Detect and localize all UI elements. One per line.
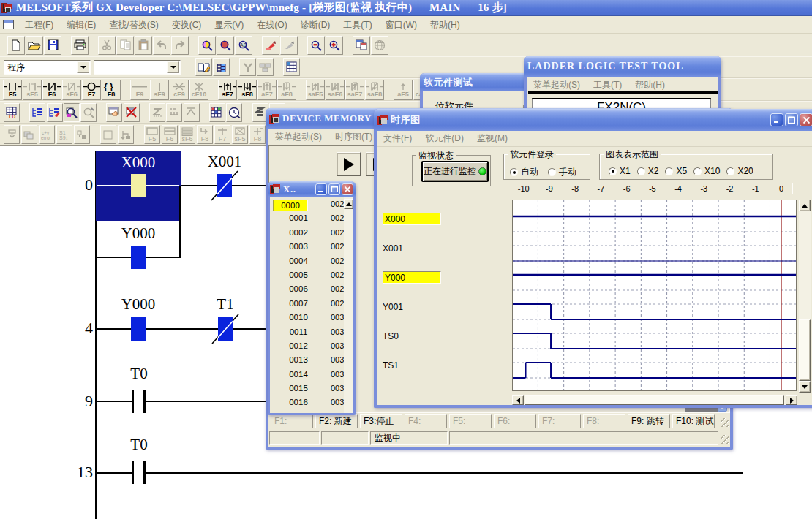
window-split-button[interactable] bbox=[353, 36, 370, 55]
sfc-symbol-step-button[interactable]: F5 bbox=[144, 125, 160, 144]
partial-execution-button[interactable] bbox=[184, 103, 200, 122]
minimize-button[interactable] bbox=[315, 183, 327, 195]
maximize-button[interactable] bbox=[785, 113, 798, 126]
device-row[interactable]: 0012 003 bbox=[270, 339, 353, 353]
contact-t0-bar[interactable] bbox=[132, 390, 134, 413]
signal-label-highlighted[interactable]: Y000 bbox=[383, 271, 441, 284]
rising-pulse-button[interactable]: sF7 bbox=[218, 80, 237, 100]
device-row[interactable]: 0004 002 bbox=[270, 254, 353, 268]
llt-menu-item[interactable]: 菜单起动(S) bbox=[527, 79, 587, 91]
block-convert-button[interactable] bbox=[257, 58, 274, 76]
application-instruction-button[interactable]: { } F8 bbox=[102, 80, 121, 100]
string-find-button[interactable]: AB bbox=[235, 36, 252, 55]
falling-pulse-or-button[interactable]: aF8 bbox=[277, 80, 296, 100]
signal-label[interactable]: X001 bbox=[383, 243, 403, 255]
chart-horizontal-scrollbar[interactable] bbox=[512, 395, 797, 405]
device-list-scrollbar[interactable] bbox=[344, 197, 353, 413]
function-key-button[interactable]: F5: bbox=[449, 414, 492, 428]
contact-t1-nc-on[interactable] bbox=[211, 314, 240, 344]
copy-button[interactable] bbox=[116, 36, 134, 55]
radio-option[interactable]: X1 bbox=[609, 166, 631, 176]
radio-option[interactable]: 自动 bbox=[510, 166, 538, 178]
menu-item[interactable]: 帮助(H) bbox=[424, 17, 467, 33]
ladder-cursor-cell[interactable]: X000 bbox=[96, 151, 181, 221]
closed-contact-button[interactable]: F6 bbox=[42, 80, 61, 100]
program-edit-button[interactable] bbox=[195, 58, 212, 76]
instruction-list-button[interactable] bbox=[283, 58, 300, 76]
monitor-write-mode-button[interactable] bbox=[80, 103, 97, 122]
comment-display-button[interactable] bbox=[371, 36, 388, 55]
device-display-2-button[interactable] bbox=[326, 36, 343, 55]
signal-label[interactable]: TS0 bbox=[383, 330, 399, 343]
contact-t0-bar[interactable] bbox=[143, 461, 146, 484]
llt-menu-item[interactable]: 工具(T) bbox=[587, 79, 628, 91]
rising-pulse-or-button[interactable]: aF7 bbox=[257, 80, 277, 100]
open-contact-or-button[interactable]: sF5 bbox=[23, 80, 42, 100]
falling-pulse-close-or-button[interactable]: saF8 bbox=[365, 80, 384, 100]
save-project-button[interactable] bbox=[44, 36, 61, 55]
function-key-button[interactable]: F2: 新建 bbox=[315, 414, 358, 428]
print-button[interactable] bbox=[71, 36, 89, 55]
radio-option[interactable]: X2 bbox=[637, 166, 659, 176]
scrollbar-thumb[interactable] bbox=[799, 319, 811, 381]
contact-t0-bar[interactable] bbox=[143, 390, 146, 413]
device-row[interactable]: 0014 003 bbox=[270, 368, 353, 382]
sfc-step-button[interactable] bbox=[4, 125, 20, 144]
monitor-start-button[interactable] bbox=[337, 152, 361, 176]
timing-chart-menu-item[interactable]: 软元件(D) bbox=[418, 132, 470, 145]
device-memory-grid-button[interactable] bbox=[209, 103, 225, 122]
sfc-error-button[interactable]: c+verror bbox=[39, 125, 55, 144]
function-key-button[interactable]: F3:停止 bbox=[360, 414, 402, 428]
delete-vertical-line-button[interactable]: cF10 bbox=[189, 80, 208, 100]
device-row[interactable]: 0000 002 bbox=[270, 197, 353, 211]
device-row[interactable]: 0010 003 bbox=[270, 311, 353, 325]
device-row[interactable]: 0011 003 bbox=[270, 325, 353, 339]
close-button[interactable] bbox=[342, 183, 353, 195]
radio-option[interactable]: X20 bbox=[726, 166, 753, 176]
device-batch-monitor-button[interactable] bbox=[106, 103, 122, 122]
menu-item[interactable]: 编辑(E) bbox=[60, 17, 102, 33]
menu-item[interactable]: 查找/替换(S) bbox=[102, 17, 165, 33]
data-name-combobox[interactable] bbox=[94, 60, 181, 75]
device-row[interactable]: 0007 002 bbox=[270, 297, 353, 311]
ladder-mode-button[interactable]: LD bbox=[4, 103, 20, 122]
monitoring-button[interactable]: 正在进行监控 bbox=[421, 161, 489, 182]
vertical-line-button[interactable]: sF9 bbox=[150, 80, 169, 100]
maximize-button[interactable] bbox=[328, 183, 340, 195]
signal-label-highlighted[interactable]: X000 bbox=[383, 213, 441, 225]
radio-option[interactable]: X10 bbox=[693, 166, 720, 176]
scroll-right-button[interactable] bbox=[786, 395, 797, 405]
timing-chart-titlebar[interactable]: 时序图 bbox=[374, 109, 812, 131]
device-row[interactable]: 0013 003 bbox=[270, 353, 353, 367]
device-row[interactable]: 0002 002 bbox=[270, 226, 353, 240]
radio-option[interactable]: 手动 bbox=[548, 166, 576, 178]
coil-button[interactable]: F7 bbox=[82, 80, 101, 100]
contact-y000-on[interactable] bbox=[131, 317, 146, 341]
scroll-up-button[interactable] bbox=[344, 199, 353, 209]
device-find-2-button[interactable] bbox=[217, 36, 234, 55]
sfc-symbol-vertical-button[interactable]: F8 bbox=[249, 125, 266, 144]
falling-pulse-close-button[interactable]: saF6 bbox=[326, 80, 345, 100]
device-display-button[interactable] bbox=[307, 36, 325, 55]
sfc-grid-button[interactable] bbox=[100, 125, 116, 144]
rising-pulse-close-or-button[interactable]: saF7 bbox=[345, 80, 364, 100]
signal-label[interactable]: Y001 bbox=[383, 301, 403, 314]
horizontal-line-button[interactable]: F9 bbox=[130, 80, 149, 100]
open-project-button[interactable] bbox=[26, 36, 43, 55]
device-row[interactable]: 0005 002 bbox=[270, 268, 353, 282]
scroll-up-button[interactable] bbox=[799, 200, 811, 211]
project-tree-button[interactable] bbox=[213, 58, 230, 76]
function-key-button[interactable]: F9: 跳转 bbox=[628, 414, 670, 428]
data-type-combobox[interactable]: 程序 bbox=[4, 60, 91, 75]
function-key-button[interactable]: F4: bbox=[405, 414, 447, 428]
chart-vertical-scrollbar[interactable] bbox=[799, 200, 811, 393]
new-document-button[interactable] bbox=[7, 36, 25, 55]
scan-time-monitor-button[interactable] bbox=[226, 103, 242, 122]
close-button[interactable] bbox=[800, 113, 812, 126]
parameter-button[interactable] bbox=[239, 58, 256, 76]
combo-dropdown-button[interactable] bbox=[77, 61, 89, 73]
menu-item[interactable]: 诊断(D) bbox=[294, 17, 337, 33]
timing-chart-plot[interactable] bbox=[512, 200, 797, 391]
sfc-block-list-button[interactable] bbox=[74, 125, 90, 144]
sfc-sort-button[interactable]: S1S9↓ bbox=[56, 125, 72, 144]
